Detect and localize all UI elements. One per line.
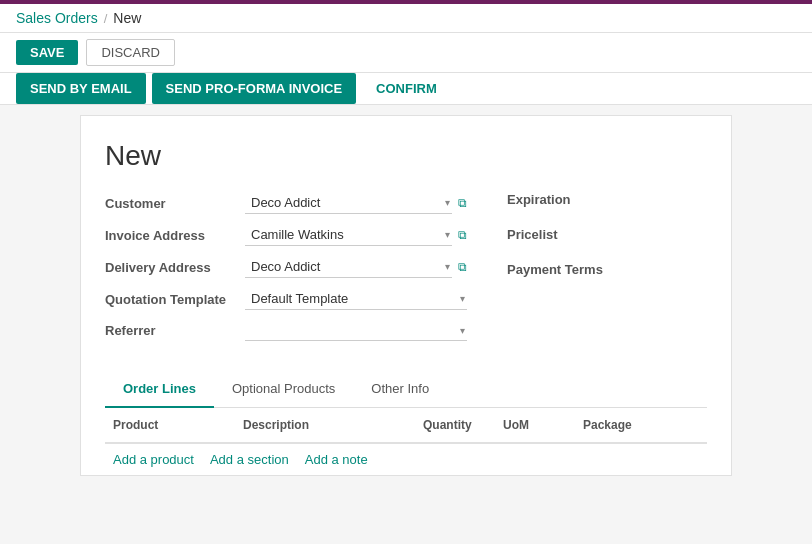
expiration-label: Expiration — [507, 192, 571, 207]
tab-order-lines[interactable]: Order Lines — [105, 371, 214, 408]
template-value[interactable]: Default Template — [245, 288, 458, 309]
save-button[interactable]: SAVE — [16, 40, 78, 65]
delivery-external-link-icon[interactable]: ⧉ — [458, 260, 467, 274]
form-right: Expiration Pricelist Payment Terms — [507, 192, 707, 351]
template-row: Quotation Template Default Template ▾ — [105, 288, 467, 310]
breadcrumb-separator: / — [104, 11, 108, 26]
referrer-value[interactable] — [245, 320, 458, 340]
customer-field: Deco Addict ▾ ⧉ — [245, 192, 467, 214]
th-product: Product — [105, 414, 235, 436]
delivery-label: Delivery Address — [105, 260, 245, 275]
send-email-button[interactable]: SEND BY EMAIL — [16, 73, 146, 104]
th-package: Package — [575, 414, 707, 436]
chevron-down-icon: ▾ — [443, 197, 452, 208]
referrer-row: Referrer ▾ — [105, 320, 467, 341]
th-quantity: Quantity — [415, 414, 495, 436]
action-bar: SAVE DISCARD — [0, 33, 812, 73]
customer-value[interactable]: Deco Addict — [245, 192, 443, 213]
payment-terms-label: Payment Terms — [507, 262, 603, 277]
tab-other-info[interactable]: Other Info — [353, 371, 447, 408]
form-title: New — [105, 140, 707, 172]
invoice-field: Camille Watkins ▾ ⧉ — [245, 224, 467, 246]
invoice-row: Invoice Address Camille Watkins ▾ ⧉ — [105, 224, 467, 246]
table-header: Product Description Quantity UoM Package — [105, 408, 707, 443]
invoice-value[interactable]: Camille Watkins — [245, 224, 443, 245]
th-description: Description — [235, 414, 415, 436]
chevron-down-icon3: ▾ — [443, 261, 452, 272]
pricelist-row: Pricelist — [507, 227, 707, 252]
customer-external-link-icon[interactable]: ⧉ — [458, 196, 467, 210]
chevron-down-icon2: ▾ — [443, 229, 452, 240]
breadcrumb-bar: Sales Orders / New — [0, 4, 812, 33]
expiration-row: Expiration — [507, 192, 707, 217]
chevron-down-icon4: ▾ — [458, 293, 467, 304]
form-left: Customer Deco Addict ▾ ⧉ Invoice Address… — [105, 192, 467, 351]
tab-optional-products[interactable]: Optional Products — [214, 371, 353, 408]
breadcrumb-current: New — [113, 10, 141, 26]
invoice-label: Invoice Address — [105, 228, 245, 243]
form-body: Customer Deco Addict ▾ ⧉ Invoice Address… — [105, 192, 707, 351]
tabs-container: Order Lines Optional Products Other Info — [105, 371, 707, 408]
delivery-value[interactable]: Deco Addict — [245, 256, 443, 277]
table-actions: Add a product Add a section Add a note — [105, 444, 707, 475]
workflow-bar: SEND BY EMAIL SEND PRO-FORMA INVOICE CON… — [0, 73, 812, 105]
customer-label: Customer — [105, 196, 245, 211]
chevron-down-icon5: ▾ — [458, 325, 467, 336]
form-card: New Customer Deco Addict ▾ ⧉ Invoice Add… — [80, 115, 732, 476]
discard-button[interactable]: DISCARD — [86, 39, 175, 66]
template-label: Quotation Template — [105, 292, 245, 307]
confirm-button[interactable]: CONFIRM — [362, 73, 451, 104]
customer-row: Customer Deco Addict ▾ ⧉ — [105, 192, 467, 214]
template-field: Default Template ▾ — [245, 288, 467, 310]
invoice-external-link-icon[interactable]: ⧉ — [458, 228, 467, 242]
referrer-field: ▾ — [245, 320, 467, 341]
breadcrumb-app[interactable]: Sales Orders — [16, 10, 98, 26]
send-proforma-button[interactable]: SEND PRO-FORMA INVOICE — [152, 73, 356, 104]
payment-terms-row: Payment Terms — [507, 262, 707, 287]
delivery-row: Delivery Address Deco Addict ▾ ⧉ — [105, 256, 467, 278]
add-product-link[interactable]: Add a product — [113, 452, 194, 467]
delivery-field: Deco Addict ▾ ⧉ — [245, 256, 467, 278]
add-note-link[interactable]: Add a note — [305, 452, 368, 467]
pricelist-label: Pricelist — [507, 227, 558, 242]
th-uom: UoM — [495, 414, 575, 436]
referrer-label: Referrer — [105, 323, 245, 338]
main-content: New Customer Deco Addict ▾ ⧉ Invoice Add… — [0, 105, 812, 530]
add-section-link[interactable]: Add a section — [210, 452, 289, 467]
